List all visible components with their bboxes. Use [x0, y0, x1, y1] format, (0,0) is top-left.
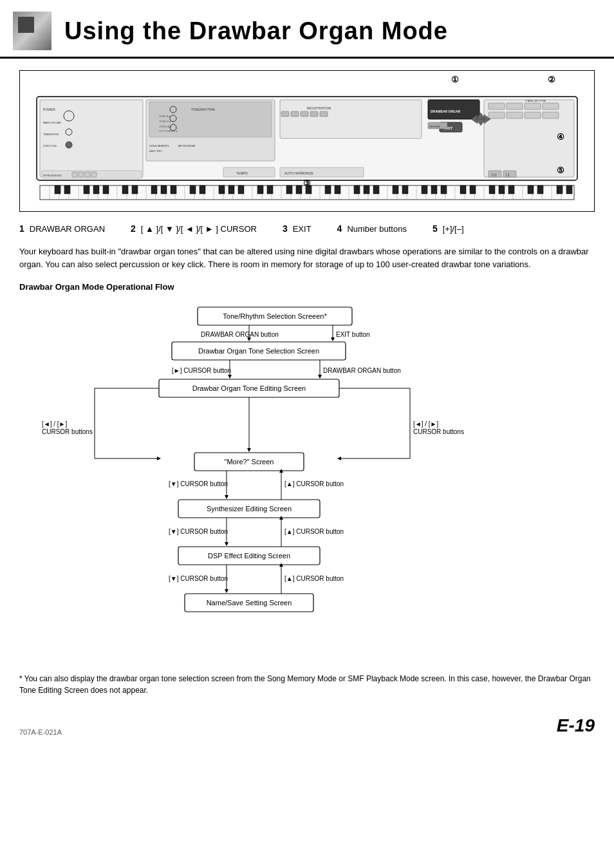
svg-text:[▲] CURSOR button: [▲] CURSOR button	[284, 575, 344, 582]
svg-text:[◄] / [►]: [◄] / [►]	[413, 420, 438, 428]
svg-text:[▼] CURSOR button: [▼] CURSOR button	[169, 575, 228, 582]
svg-rect-139	[335, 185, 340, 194]
svg-text:[▲] CURSOR button: [▲] CURSOR button	[284, 528, 344, 535]
svg-rect-131	[228, 185, 234, 194]
circle-num-1: ①	[451, 75, 459, 84]
svg-rect-118	[55, 185, 60, 194]
svg-rect-135	[286, 185, 292, 194]
svg-text:AUTO HARMONIZE: AUTO HARMONIZE	[284, 171, 314, 175]
svg-rect-138	[325, 185, 331, 194]
svg-rect-156	[566, 185, 572, 194]
svg-text:[+]: [+]	[492, 173, 496, 176]
svg-text:DSP Effect Editing Screen: DSP Effect Editing Screen	[208, 552, 290, 560]
svg-text:TONE/RHYTHM: TONE/RHYTHM	[191, 108, 215, 111]
svg-rect-122	[103, 185, 109, 194]
svg-rect-45	[543, 103, 559, 109]
svg-rect-149	[470, 185, 476, 194]
svg-rect-150	[489, 185, 495, 194]
svg-text:[▼] CURSOR button: [▼] CURSOR button	[169, 480, 228, 487]
legend-num-3: 3	[283, 223, 288, 234]
svg-text:DRAWBAR ORGAN: DRAWBAR ORGAN	[431, 109, 460, 113]
svg-rect-121	[93, 185, 99, 194]
svg-rect-132	[238, 185, 244, 194]
svg-rect-28	[280, 100, 422, 138]
svg-text:Drawbar Organ Tone Selection S: Drawbar Organ Tone Selection Screen	[198, 347, 319, 355]
svg-rect-127	[171, 185, 176, 194]
legend-num-2: 2	[131, 223, 136, 234]
svg-rect-14	[91, 172, 97, 177]
svg-text:TONE B ●: TONE B ●	[159, 120, 171, 123]
svg-text:Drawbar Organ Tone Editing Scr: Drawbar Organ Tone Editing Screen	[192, 384, 306, 392]
svg-text:PIANO SET FINE: PIANO SET FINE	[526, 99, 546, 102]
legend-text-2: [ ▲ ]/[ ▼ ]/[ ◄ ]/[ ► ] CURSOR	[141, 224, 257, 234]
svg-text:DRAWBAR ORGAN button: DRAWBAR ORGAN button	[323, 367, 401, 374]
legend-num-5: 5	[433, 223, 438, 234]
svg-rect-140	[354, 185, 360, 194]
circle-num-3: ③	[303, 178, 311, 188]
svg-rect-142	[373, 185, 379, 194]
svg-rect-134	[267, 185, 273, 194]
svg-rect-144	[402, 185, 408, 194]
svg-rect-42	[488, 103, 505, 109]
svg-rect-143	[393, 185, 398, 194]
svg-text:TRANSPOSE: TRANSPOSE	[43, 133, 59, 136]
svg-rect-34	[320, 111, 328, 117]
svg-rect-130	[219, 185, 225, 194]
footnote-text: * You can also display the drawbar organ…	[19, 674, 591, 695]
header-icon	[13, 12, 51, 50]
svg-rect-133	[257, 185, 263, 194]
svg-text:Name/Save Setting Screen: Name/Save Setting Screen	[207, 599, 292, 607]
svg-rect-141	[364, 185, 369, 194]
svg-rect-35	[223, 167, 275, 177]
svg-rect-33	[310, 111, 318, 117]
svg-point-4	[66, 142, 72, 148]
svg-rect-145	[422, 185, 427, 194]
svg-rect-48	[525, 112, 541, 118]
svg-rect-125	[151, 185, 157, 194]
legend-text-1: DRAWBAR ORGAN	[30, 224, 105, 234]
legend-num-1: 1	[19, 223, 24, 234]
legend-text-5: [+]/[–]	[443, 224, 464, 234]
legend-item-3: 3 EXIT	[283, 223, 312, 234]
svg-text:[-]: [-]	[506, 173, 510, 176]
svg-rect-30	[281, 111, 289, 117]
svg-rect-146	[431, 185, 437, 194]
svg-text:POWER: POWER	[43, 108, 55, 111]
circle-num-4: ④	[557, 132, 564, 142]
footer-page: E-19	[557, 715, 595, 736]
svg-rect-13	[85, 172, 90, 177]
flow-diagram-svg: Tone/Rhythm Selection Screeen* DRAWBAR O…	[30, 301, 584, 661]
svg-rect-124	[132, 185, 138, 194]
svg-rect-154	[537, 185, 543, 194]
svg-rect-123	[122, 185, 128, 194]
circle-num-2: ②	[548, 75, 555, 84]
svg-text:TONE A ●: TONE A ●	[159, 115, 171, 118]
svg-text:[▼] CURSOR button: [▼] CURSOR button	[169, 528, 228, 535]
svg-text:[◄] / [►]: [◄] / [►]	[42, 420, 67, 428]
svg-rect-46	[488, 112, 505, 118]
body-paragraph: Your keyboard has built-in "drawbar orga…	[19, 245, 595, 270]
svg-rect-155	[557, 185, 563, 194]
svg-text:SONG MEMORY: SONG MEMORY	[149, 144, 169, 147]
svg-rect-152	[508, 185, 514, 194]
flow-title: Drawbar Organ Mode Operational Flow	[19, 282, 595, 292]
legend-item-5: 5 [+]/[–]	[433, 223, 464, 234]
svg-rect-129	[200, 185, 205, 194]
legend-item-2: 2 [ ▲ ]/[ ▼ ]/[ ◄ ]/[ ► ] CURSOR	[131, 223, 257, 234]
svg-text:METRONOME: METRONOME	[178, 144, 196, 147]
svg-text:EASY REC: EASY REC	[149, 149, 162, 153]
svg-rect-151	[499, 185, 505, 194]
svg-rect-44	[525, 103, 541, 109]
page-footer: 707A-E-021A E-19	[0, 709, 614, 742]
svg-rect-120	[84, 185, 89, 194]
svg-rect-11	[72, 172, 77, 177]
svg-rect-49	[543, 112, 559, 118]
svg-text:DRAWBAR ORGAN button: DRAWBAR ORGAN button	[201, 331, 279, 338]
svg-rect-52	[503, 171, 516, 177]
svg-rect-43	[507, 103, 523, 109]
footnote: * You can also display the drawbar organ…	[19, 673, 595, 696]
page-title: Using the Drawbar Organ Mode	[64, 17, 448, 45]
svg-text:MAIN VOLUME: MAIN VOLUME	[43, 121, 61, 124]
legend-container: 1 DRAWBAR ORGAN 2 [ ▲ ]/[ ▼ ]/[ ◄ ]/[ ► …	[19, 223, 595, 236]
legend-num-4: 4	[337, 223, 342, 234]
